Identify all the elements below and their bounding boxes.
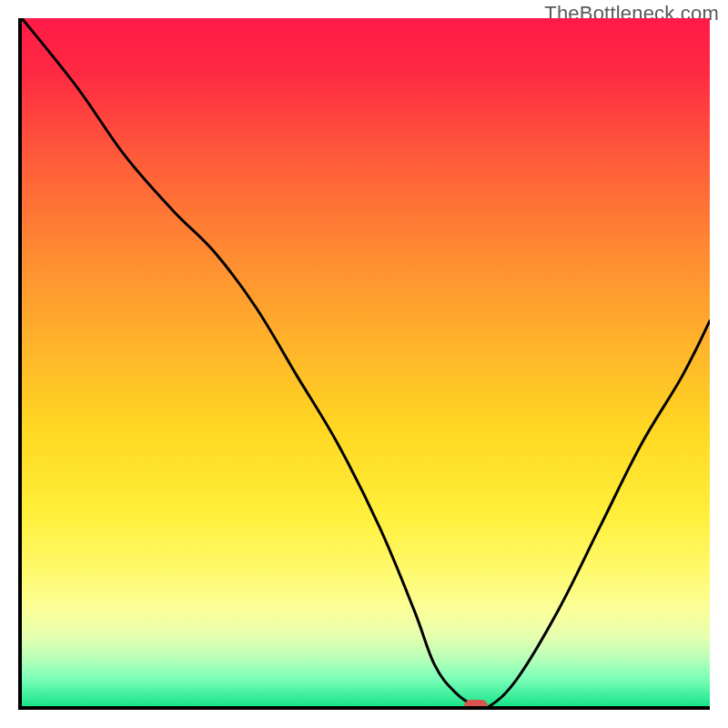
optimal-marker — [464, 700, 488, 710]
curve-svg — [22, 18, 710, 706]
bottleneck-curve — [22, 18, 710, 706]
chart-container: TheBottleneck.com — [0, 0, 728, 728]
plot-area — [18, 18, 710, 710]
